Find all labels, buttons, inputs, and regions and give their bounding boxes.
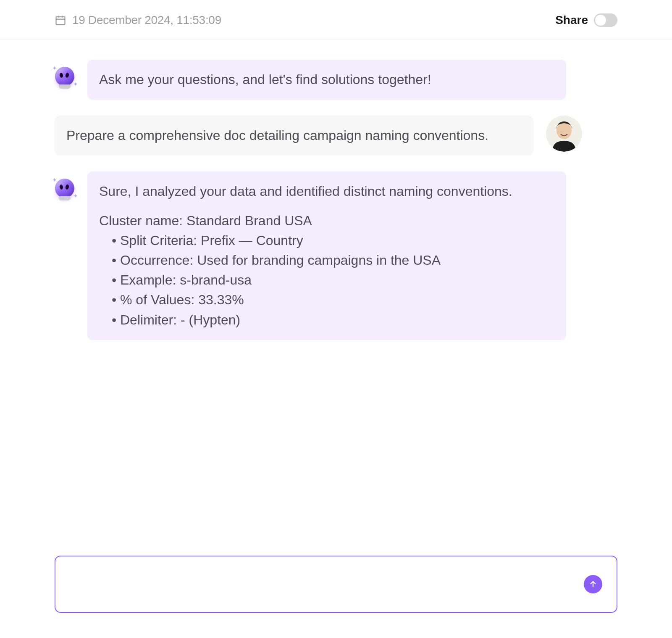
assistant-avatar: ✦ ✦: [55, 66, 75, 87]
list-item: Occurrence: Used for branding campaigns …: [112, 251, 554, 269]
message-input[interactable]: [66, 565, 575, 602]
message-row: ✦ ✦ Sure, I analyzed your data and ident…: [55, 171, 617, 340]
message-row: Prepare a comprehensive doc detailing ca…: [55, 116, 617, 156]
chat-area: ✦ ✦ Ask me your questions, and let's fin…: [0, 40, 672, 340]
user-avatar: [546, 116, 582, 152]
cluster-bullet-list: Split Criteria: Prefix — Country Occurre…: [99, 232, 554, 329]
list-item: Delimiter: - (Hypten): [112, 311, 554, 329]
sparkle-icon: ✦: [73, 192, 78, 199]
header-left: 19 December 2024, 11:53:09: [55, 13, 221, 27]
list-item: Example: s-brand-usa: [112, 271, 554, 289]
crystal-ball-alien-icon: [55, 67, 74, 86]
user-message: Prepare a comprehensive doc detailing ca…: [55, 116, 533, 156]
svg-rect-0: [56, 17, 65, 25]
share-label: Share: [555, 13, 588, 27]
user-photo-icon: [546, 116, 582, 152]
list-item: % of Values: 33.33%: [112, 291, 554, 309]
list-item: Split Criteria: Prefix — Country: [112, 232, 554, 250]
calendar-icon: [55, 14, 66, 26]
arrow-up-icon: [588, 580, 598, 589]
assistant-message: Ask me your questions, and let's find so…: [87, 60, 566, 100]
composer[interactable]: [55, 556, 617, 613]
toggle-knob: [595, 15, 606, 26]
assistant-message: Sure, I analyzed your data and identifie…: [87, 171, 566, 340]
orb-base: [59, 196, 71, 200]
header-right: Share: [555, 13, 617, 27]
orb-base: [59, 84, 71, 89]
share-toggle[interactable]: [594, 13, 617, 27]
sparkle-icon: ✦: [52, 65, 57, 71]
cluster-title: Cluster name: Standard Brand USA: [99, 212, 554, 230]
assistant-avatar: ✦ ✦: [55, 178, 75, 198]
header-bar: 19 December 2024, 11:53:09 Share: [0, 0, 672, 40]
send-button[interactable]: [584, 575, 602, 593]
composer-area: [55, 556, 617, 613]
crystal-ball-alien-icon: [55, 179, 74, 198]
assistant-message-lead: Sure, I analyzed your data and identifie…: [99, 182, 554, 200]
svg-point-6: [556, 122, 572, 139]
sparkle-icon: ✦: [73, 81, 78, 87]
page-root: 19 December 2024, 11:53:09 Share ✦ ✦ Ask…: [0, 0, 672, 638]
session-timestamp: 19 December 2024, 11:53:09: [72, 13, 221, 27]
message-row: ✦ ✦ Ask me your questions, and let's fin…: [55, 60, 617, 100]
